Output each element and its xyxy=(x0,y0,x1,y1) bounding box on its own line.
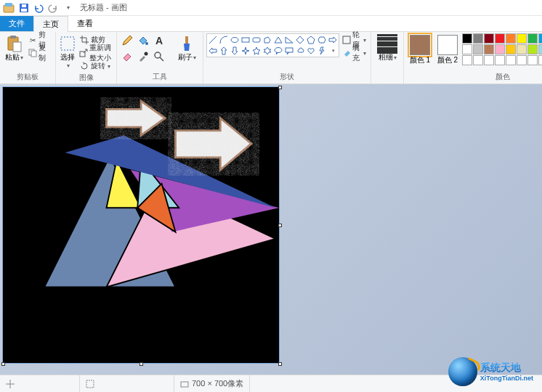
brushes-button[interactable]: 刷子▾ xyxy=(174,33,200,62)
color-swatch[interactable] xyxy=(538,44,542,54)
paste-button[interactable]: 粘贴▾ xyxy=(3,33,25,62)
fill-tool[interactable] xyxy=(136,33,150,48)
color-swatch[interactable] xyxy=(495,33,505,44)
resize-button[interactable]: 重新调整大小 xyxy=(78,46,113,60)
resize-handle[interactable] xyxy=(139,362,143,366)
svg-point-14 xyxy=(155,52,161,58)
rotate-icon xyxy=(79,61,89,71)
color-palette xyxy=(462,33,542,65)
color-swatch[interactable] xyxy=(462,33,472,44)
copy-button[interactable]: 复制 xyxy=(27,46,52,60)
shape-roundrect[interactable] xyxy=(251,35,262,45)
select-button[interactable]: 选择▾ xyxy=(59,33,76,70)
group-stroke: 粗细▾ xyxy=(371,32,404,83)
eyedropper-tool[interactable] xyxy=(136,49,150,64)
cursor-position xyxy=(0,375,80,392)
resize-handle[interactable] xyxy=(1,362,5,366)
copy-icon xyxy=(28,48,37,58)
pencil-tool[interactable] xyxy=(120,33,134,48)
group-colors: 颜色 1 颜色 2 编辑颜色 颜色 xyxy=(404,32,542,83)
resize-handle[interactable] xyxy=(278,362,282,366)
shape-hexagon[interactable] xyxy=(317,35,327,45)
redo-button[interactable] xyxy=(46,1,60,15)
canvas-area[interactable] xyxy=(0,84,542,375)
shape-polygon[interactable] xyxy=(262,35,272,45)
color-swatch[interactable] xyxy=(473,33,483,44)
color-swatch[interactable] xyxy=(484,44,494,54)
shape-line[interactable] xyxy=(208,35,218,45)
svg-rect-10 xyxy=(61,37,74,50)
shape-star4[interactable] xyxy=(240,46,251,56)
title-bar: ▾ 无标题 - 画图 xyxy=(0,0,542,16)
color1-button[interactable]: 颜色 1 xyxy=(407,33,433,64)
canvas-artwork xyxy=(3,87,279,363)
color-swatch[interactable] xyxy=(462,44,472,54)
shape-star6[interactable] xyxy=(262,46,272,56)
outline-icon xyxy=(342,35,351,45)
color-swatch[interactable] xyxy=(517,44,527,54)
selection-size xyxy=(80,375,174,392)
color-swatch[interactable] xyxy=(527,44,538,54)
shape-lightning[interactable] xyxy=(317,46,327,56)
undo-button[interactable] xyxy=(32,1,45,15)
shape-arrow-up[interactable] xyxy=(219,46,229,56)
shape-curve[interactable] xyxy=(219,35,229,45)
watermark: 系统天地 XiTongTianDi.net xyxy=(448,357,533,386)
color-swatch[interactable] xyxy=(473,44,483,54)
fill-button[interactable]: 填充▾ xyxy=(341,46,368,60)
color-swatch[interactable] xyxy=(517,33,527,44)
color-swatch[interactable] xyxy=(538,33,542,44)
color-swatch[interactable] xyxy=(495,44,505,54)
canvas[interactable] xyxy=(3,87,279,363)
svg-rect-16 xyxy=(242,38,249,42)
stroke-width-button[interactable]: 粗细▾ xyxy=(374,33,400,62)
magnifier-tool[interactable] xyxy=(152,49,166,64)
color-swatch[interactable] xyxy=(506,55,516,65)
color-swatch[interactable] xyxy=(527,55,538,65)
resize-icon xyxy=(79,48,88,58)
shape-arrow-left[interactable] xyxy=(208,46,218,56)
tab-file[interactable]: 文件 xyxy=(0,16,33,31)
qat-customize[interactable]: ▾ xyxy=(61,1,74,15)
svg-rect-3 xyxy=(21,9,27,12)
app-icon xyxy=(3,2,15,14)
eraser-tool[interactable] xyxy=(120,49,134,64)
color-swatch[interactable] xyxy=(473,55,483,65)
color2-button[interactable]: 颜色 2 xyxy=(434,33,461,64)
resize-handle[interactable] xyxy=(278,86,282,89)
color-swatch[interactable] xyxy=(462,55,472,65)
shape-diamond[interactable] xyxy=(295,35,305,45)
text-tool[interactable]: A xyxy=(152,33,166,48)
color-swatch[interactable] xyxy=(538,55,542,65)
shape-right-triangle[interactable] xyxy=(284,35,294,45)
save-button[interactable] xyxy=(17,1,31,15)
ribbon: 粘贴▾ ✂剪切 复制 剪贴板 选择▾ 裁剪 重新调整大小 旋转▾ 图像 xyxy=(0,32,542,84)
shape-pentagon[interactable] xyxy=(306,35,316,45)
window-title: 无标题 - 画图 xyxy=(80,2,127,13)
shape-star5[interactable] xyxy=(251,46,262,56)
group-shapes: ▾ 轮廓▾ 填充▾ 形状 xyxy=(203,32,371,83)
shape-arrow-down[interactable] xyxy=(230,46,240,56)
color-swatch[interactable] xyxy=(506,44,516,54)
shape-triangle[interactable] xyxy=(273,35,283,45)
shape-callout-cloud[interactable] xyxy=(295,46,305,56)
shapes-expand[interactable]: ▾ xyxy=(328,46,338,56)
quick-access-toolbar: ▾ xyxy=(17,1,74,15)
shape-callout-rect[interactable] xyxy=(284,46,294,56)
shape-arrow-right[interactable] xyxy=(328,35,338,45)
shapes-gallery[interactable]: ▾ xyxy=(206,33,339,57)
svg-point-18 xyxy=(275,48,282,53)
color-swatch[interactable] xyxy=(527,33,538,44)
color-swatch[interactable] xyxy=(484,55,494,65)
color-swatch[interactable] xyxy=(506,33,516,44)
shape-oval[interactable] xyxy=(230,35,240,45)
color-swatch[interactable] xyxy=(484,33,494,44)
color-swatch[interactable] xyxy=(495,55,505,65)
shape-heart[interactable] xyxy=(306,46,316,56)
resize-handle[interactable] xyxy=(278,224,282,227)
color-swatch[interactable] xyxy=(517,55,527,65)
rotate-button[interactable]: 旋转▾ xyxy=(78,60,113,73)
shape-rect[interactable] xyxy=(240,35,251,45)
shape-callout-round[interactable] xyxy=(273,46,283,56)
tab-view[interactable]: 查看 xyxy=(68,16,102,31)
